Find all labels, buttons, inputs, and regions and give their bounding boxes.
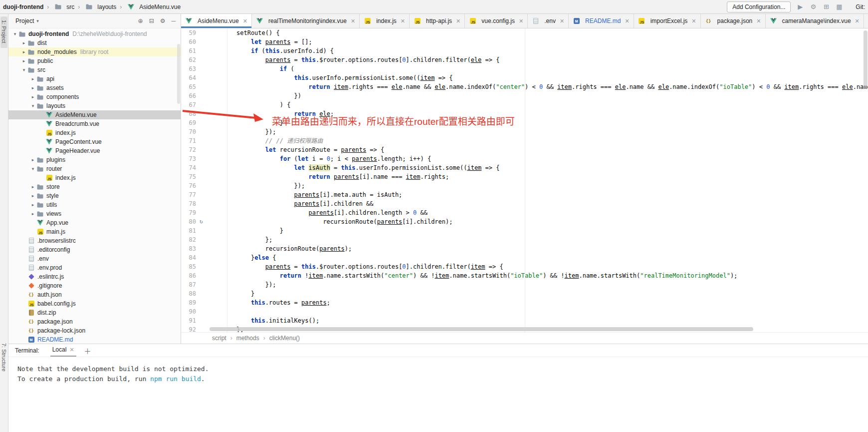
- tree-item[interactable]: JSmain.js: [8, 227, 181, 236]
- tree-item[interactable]: ▾src: [8, 65, 181, 74]
- tree-expand-icon[interactable]: ▸: [29, 76, 36, 81]
- project-view-selector[interactable]: Project: [15, 17, 34, 24]
- code-line[interactable]: parents[i].meta.auth = isAuth;: [236, 190, 868, 199]
- line-number[interactable]: 88: [181, 289, 196, 298]
- settings-icon[interactable]: ⚙: [809, 3, 818, 10]
- tree-expand-icon[interactable]: ▸: [29, 211, 36, 216]
- line-number[interactable]: 60: [181, 37, 196, 46]
- line-number[interactable]: 67: [181, 100, 196, 109]
- line-number[interactable]: 65: [181, 82, 196, 91]
- code-line[interactable]: [236, 307, 868, 316]
- tree-item[interactable]: dist.zip: [8, 308, 181, 317]
- grid-icon[interactable]: ▦: [835, 3, 844, 10]
- tree-expand-icon[interactable]: ▸: [20, 58, 27, 63]
- line-number[interactable]: 83: [181, 244, 196, 253]
- tool-stripe-project-button[interactable]: 1: Project: [0, 16, 7, 48]
- code-line[interactable]: parents[i].children &&: [236, 199, 868, 208]
- tree-item[interactable]: ▸plugins: [8, 155, 181, 164]
- tree-item[interactable]: PageContent.vue: [8, 137, 181, 146]
- line-number[interactable]: 69: [181, 118, 196, 127]
- tree-item[interactable]: ▸components: [8, 92, 181, 101]
- line-number[interactable]: 73: [181, 154, 196, 163]
- tree-item[interactable]: JSindex.js: [8, 173, 181, 182]
- tree-item[interactable]: ▾duoji-frontendD:\zheheWeb\duoji-fronten…: [8, 29, 181, 38]
- recursive-call-icon[interactable]: ↻: [200, 217, 203, 226]
- tool-stripe-structure-button[interactable]: 7: Structure: [0, 340, 7, 376]
- tree-item[interactable]: AsideMenu.vue: [8, 110, 181, 119]
- tree-item[interactable]: ▸public: [8, 56, 181, 65]
- tree-expand-icon[interactable]: ▸: [29, 94, 36, 99]
- editor-tab[interactable]: JSimportExcel.js✕: [634, 14, 701, 28]
- tree-item[interactable]: ▾layouts: [8, 101, 181, 110]
- code-editor[interactable]: 5960616263646566676869707172737475767778…: [181, 28, 868, 332]
- editor-scrollbar-vertical[interactable]: [864, 30, 868, 86]
- code-line[interactable]: }else {: [236, 253, 868, 262]
- tree-item[interactable]: .env.prod: [8, 263, 181, 272]
- close-tab-icon[interactable]: ✕: [519, 18, 523, 24]
- editor-tab[interactable]: realTimeMonitoring\index.vue✕: [252, 14, 360, 28]
- tree-collapse-icon[interactable]: ▾: [11, 31, 18, 36]
- tree-item[interactable]: {}package.json: [8, 317, 181, 326]
- new-terminal-session-button[interactable]: ＋: [84, 346, 91, 356]
- line-number[interactable]: 70: [181, 127, 196, 136]
- tree-collapse-icon[interactable]: ▾: [29, 166, 36, 171]
- line-number[interactable]: 76: [181, 181, 196, 190]
- line-number[interactable]: 91: [181, 316, 196, 325]
- line-number[interactable]: 72: [181, 145, 196, 154]
- settings-icon[interactable]: ⚙: [160, 17, 166, 24]
- line-number[interactable]: 92: [181, 325, 196, 334]
- code-line[interactable]: for (let i = 0; i < parents.length; i++)…: [236, 154, 868, 163]
- code-line[interactable]: });: [236, 127, 868, 136]
- code-line[interactable]: setRoute() {: [236, 28, 868, 37]
- code-line[interactable]: this.userInfo.permissionList.some((item …: [236, 73, 868, 82]
- locate-icon[interactable]: ⊕: [138, 17, 143, 24]
- close-tab-icon[interactable]: ✕: [243, 18, 247, 24]
- code-line[interactable]: }): [236, 91, 868, 100]
- tree-item[interactable]: .browserslistrc: [8, 236, 181, 245]
- breadcrumb-item[interactable]: AsideMenu.vue: [116, 3, 181, 10]
- code-line[interactable]: });: [236, 280, 868, 289]
- breadcrumb-methods[interactable]: methods: [226, 335, 259, 342]
- line-number[interactable]: 78: [181, 199, 196, 208]
- tree-expand-icon[interactable]: ▸: [29, 193, 36, 198]
- tree-item[interactable]: ▸assets: [8, 83, 181, 92]
- git-menu[interactable]: Git:: [856, 3, 866, 10]
- close-tab-icon[interactable]: ✕: [560, 18, 564, 24]
- editor-tab[interactable]: cameraManage\index.vue✕: [766, 14, 864, 28]
- editor-tab[interactable]: .env✕: [528, 14, 569, 28]
- code-line[interactable]: };: [236, 235, 868, 244]
- close-tab-icon[interactable]: ✕: [351, 18, 355, 24]
- code-line[interactable]: ) {: [236, 100, 868, 109]
- line-number[interactable]: 61: [181, 46, 196, 55]
- line-number[interactable]: 79: [181, 208, 196, 217]
- line-number[interactable]: 89: [181, 298, 196, 307]
- code-line[interactable]: let parents = [];: [236, 37, 868, 46]
- code-line[interactable]: }: [236, 226, 868, 235]
- tree-item[interactable]: ▸style: [8, 191, 181, 200]
- tree-collapse-icon[interactable]: ▾: [29, 103, 36, 108]
- close-tab-icon[interactable]: ✕: [756, 18, 761, 24]
- project-scrollbar[interactable]: [177, 44, 180, 104]
- editor-tab[interactable]: JShttp-api.js✕: [410, 14, 465, 28]
- collapse-all-icon[interactable]: ⊟: [149, 17, 154, 24]
- line-number[interactable]: 75: [181, 172, 196, 181]
- code-line[interactable]: }: [236, 289, 868, 298]
- tree-expand-icon[interactable]: ▸: [20, 40, 27, 45]
- tree-item[interactable]: ▸node_moduleslibrary root: [8, 47, 181, 56]
- tree-item[interactable]: .editorconfig: [8, 245, 181, 254]
- code-line[interactable]: if (this.userInfo.id) {: [236, 46, 868, 55]
- tree-item[interactable]: ▸dist: [8, 38, 181, 47]
- code-line[interactable]: return !item.name.startsWith("center") &…: [236, 271, 868, 280]
- tree-item[interactable]: App.vue: [8, 218, 181, 227]
- close-terminal-tab-icon[interactable]: ✕: [69, 347, 74, 353]
- code-line[interactable]: parents[i].children.length > 0 &&: [236, 208, 868, 217]
- tree-item[interactable]: PageHeader.vue: [8, 146, 181, 155]
- editor-tab[interactable]: JSindex.js✕: [360, 14, 410, 28]
- add-configuration-button[interactable]: Add Configuration...: [727, 1, 791, 12]
- tree-item[interactable]: {}auth.json: [8, 290, 181, 299]
- line-number[interactable]: 66: [181, 91, 196, 100]
- breadcrumb-script[interactable]: script: [212, 335, 226, 342]
- editor-tab[interactable]: AsideMenu.vue✕: [181, 14, 252, 28]
- line-number[interactable]: 68: [181, 109, 196, 118]
- tree-collapse-icon[interactable]: ▾: [20, 67, 27, 72]
